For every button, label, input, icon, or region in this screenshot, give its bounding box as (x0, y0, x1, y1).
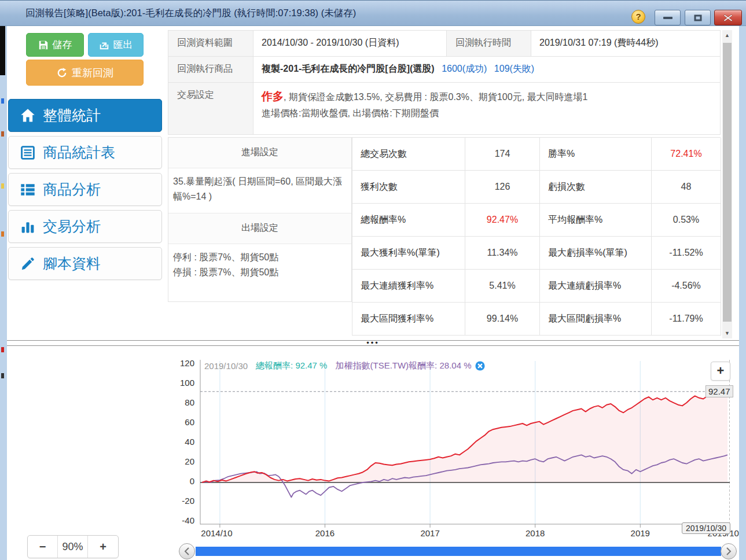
export-icon (99, 40, 109, 50)
sidebar-item-4[interactable]: 腳本資料 (8, 247, 162, 280)
scroll-up-icon[interactable]: ▲ (722, 30, 732, 40)
pane-splitter[interactable]: ••• (7, 340, 739, 346)
stat-value: 48 (652, 171, 721, 204)
stat-label: 最大虧損率%(單筆) (540, 237, 652, 270)
zoom-level: 90% (58, 536, 88, 558)
background-fragment (1, 131, 4, 137)
y-axis-tick-label: 80 (168, 397, 194, 407)
stat-value: 174 (465, 138, 540, 171)
splitter-handle[interactable]: ••• (366, 338, 380, 347)
success-count-link[interactable]: 1600(成功) (442, 64, 487, 73)
fail-count-link[interactable]: 109(失敗) (494, 64, 534, 73)
sidebar-item-2[interactable]: 商品分析 (8, 173, 162, 206)
close-button[interactable] (714, 10, 742, 25)
rerun-label: 重新回測 (72, 66, 113, 80)
sidebar-item-1[interactable]: 商品統計表 (8, 136, 162, 169)
return-curve-chart[interactable] (200, 358, 730, 529)
sidebar-item-3[interactable]: 交易分析 (8, 210, 162, 243)
stat-label: 最大連續虧損率% (540, 270, 652, 303)
product-name: 複製-201-毛利在成長的冷門股[台股](選股) (262, 64, 435, 73)
zoom-in-button[interactable]: + (88, 536, 118, 558)
stop-loss-line: 停損 : 股票7%、期貨50點 (173, 265, 347, 280)
sidebar-item-0[interactable]: 整體統計 (8, 99, 162, 132)
stat-value: 99.14% (465, 303, 540, 336)
remove-series-icon[interactable] (475, 361, 485, 371)
range-value: 2014/10/30 - 2019/10/30 (日資料) (253, 31, 446, 56)
exit-settings-detail: 停利 : 股票7%、期貨50點 停損 : 股票7%、期貨50點 (168, 244, 351, 301)
report-content: 儲存 匯出 重新回測 整體統計商品統計表商品分析交易分析腳本資料 回測資料範圍 … (7, 26, 739, 560)
trade-detail: , 期貨保證金成數13.5%, 交易費用 : 股票0.3%、期貨100元, 最大… (284, 92, 587, 102)
chevron-left-icon (184, 547, 190, 555)
refresh-icon (56, 67, 68, 79)
list-icon (20, 182, 35, 197)
exit-settings-header: 出場設定 (168, 213, 351, 244)
sidebar-item-label: 腳本資料 (43, 254, 101, 273)
maximize-icon (694, 14, 701, 21)
trade-direction: 作多 (262, 90, 284, 102)
stat-label: 平均報酬率% (540, 204, 652, 237)
sidebar-menu: 整體統計商品統計表商品分析交易分析腳本資料 (8, 99, 162, 284)
stat-value: 5.41% (465, 270, 540, 303)
minimize-icon (663, 17, 672, 19)
background-window-fragment (0, 26, 5, 75)
sidebar-item-label: 交易分析 (43, 217, 101, 236)
y-axis-tick-label: -20 (168, 496, 194, 506)
maximize-button[interactable] (685, 10, 711, 25)
window-title: 回測報告[策略](Beta版):201-毛利在成長的冷門股 (執行時間:07:1… (25, 7, 356, 20)
stats-vertical-scrollbar[interactable]: ▲ ▼ (722, 30, 732, 338)
legend-index-return: 加權指數(TSE.TW)報酬率: 28.04 % (335, 360, 471, 371)
save-icon (38, 40, 49, 50)
scroll-down-icon[interactable]: ▼ (722, 328, 732, 338)
sidebar-item-label: 商品統計表 (43, 143, 115, 162)
export-button[interactable]: 匯出 (88, 33, 144, 57)
background-fragment (1, 231, 4, 237)
date-tooltip: 2019/10/30 (682, 522, 730, 534)
entry-settings-detail: 35.暴量剛起漲( 日期區間=60, 區間最大漲幅%=14 ) (168, 168, 351, 213)
x-axis-tick-label: 2019 (631, 528, 650, 538)
save-label: 儲存 (53, 38, 72, 51)
range-label: 回測資料範圍 (168, 31, 253, 56)
stat-value: 92.47% (465, 204, 540, 237)
trade-settings-value: 作多, 期貨保證金成數13.5%, 交易費用 : 股票0.3%、期貨100元, … (253, 83, 720, 134)
y-axis-tick-label: -40 (168, 515, 194, 525)
x-axis-tick-label: 2016 (315, 528, 335, 538)
stat-value: 126 (465, 171, 540, 204)
chevron-right-icon (726, 547, 732, 555)
x-axis-tick-label: 2014/10 (201, 528, 232, 538)
background-fragment (1, 373, 4, 378)
product-label: 回測執行商品 (168, 57, 253, 82)
scrollbar-thumb[interactable] (723, 43, 732, 322)
y-axis-tick-label: 60 (168, 417, 194, 427)
x-axis-tick-label: 2017 (420, 528, 439, 538)
rerun-backtest-button[interactable]: 重新回測 (26, 60, 144, 86)
close-icon (723, 14, 733, 22)
bar-chart-icon (20, 219, 35, 234)
chart-horizontal-scrollbar[interactable] (196, 547, 721, 556)
table-row: 回測執行商品 複製-201-毛利在成長的冷門股[台股](選股) 1600(成功)… (168, 57, 720, 83)
background-fragment (1, 98, 4, 104)
stat-value: 0.53% (652, 204, 721, 237)
exec-time-label: 回測執行時間 (446, 31, 531, 56)
scroll-left-button[interactable] (179, 543, 195, 559)
stat-label: 虧損次數 (540, 171, 652, 204)
stat-label: 勝率% (540, 138, 652, 171)
sidebar-item-label: 整體統計 (43, 106, 101, 125)
stat-label: 總報酬率% (352, 204, 465, 237)
minimize-button[interactable] (655, 10, 681, 25)
scroll-right-button[interactable] (721, 543, 737, 559)
window-left-border (0, 26, 7, 560)
stat-value: 72.41% (652, 138, 721, 171)
save-button[interactable]: 儲存 (26, 33, 84, 57)
backtest-info-table: 回測資料範圍 2014/10/30 - 2019/10/30 (日資料) 回測執… (168, 30, 721, 135)
chart-zoom-in-button[interactable]: + (711, 362, 730, 381)
product-value: 複製-201-毛利在成長的冷門股[台股](選股) 1600(成功) 109(失敗… (253, 57, 720, 82)
take-profit-line: 停利 : 股票7%、期貨50點 (173, 250, 347, 265)
help-icon[interactable]: ? (631, 10, 645, 24)
table-row: 回測資料範圍 2014/10/30 - 2019/10/30 (日資料) 回測執… (168, 31, 720, 57)
zoom-out-button[interactable]: − (28, 536, 58, 558)
background-fragment (1, 347, 4, 352)
sidebar-item-label: 商品分析 (43, 180, 101, 199)
export-label: 匯出 (113, 38, 133, 51)
statistics-table: 總交易次數174勝率%72.41%獲利次數126虧損次數48總報酬率%92.47… (352, 137, 721, 336)
legend-strategy-return: 總報酬率: 92.47 % (256, 360, 327, 371)
